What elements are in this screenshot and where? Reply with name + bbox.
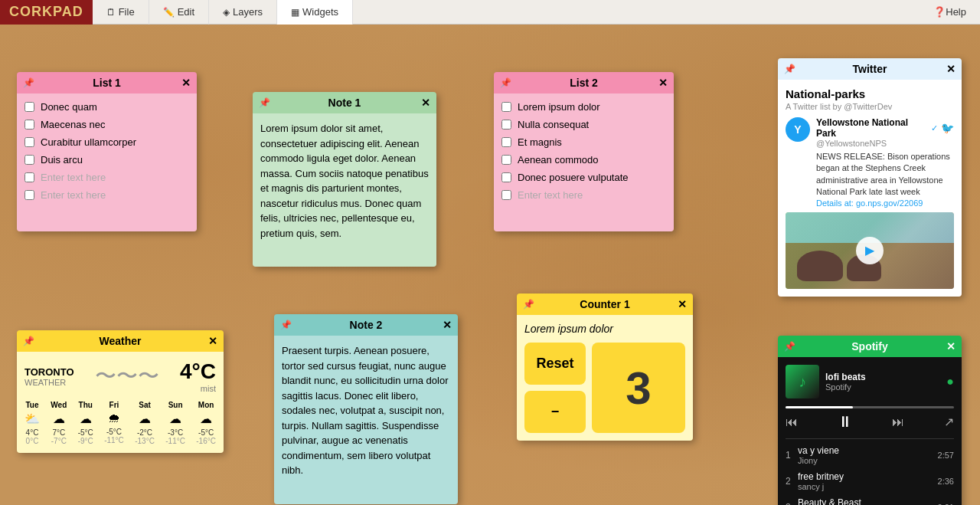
spotify-track-row[interactable]: 1 va y viene Jiony 2:57	[786, 445, 954, 465]
spotify-track-info: lofi beats Spotify	[825, 372, 940, 392]
note2-widget: 📌 Note 2 ✕ Praesent turpis. Aenean posue…	[274, 314, 458, 504]
forecast-day-fri: Fri 🌧 -5°C -11°C	[104, 401, 124, 445]
menu-file[interactable]: 🗒 File	[93, 0, 149, 25]
spotify-now-playing-artist: Spotify	[825, 382, 940, 392]
list2-close-button[interactable]: ✕	[658, 77, 668, 88]
twitter-close-button[interactable]: ✕	[946, 64, 956, 74]
spotify-track-num: 2	[786, 476, 798, 487]
spotify-close-button[interactable]: ✕	[946, 341, 956, 352]
spotify-skip-back-icon[interactable]: ⏮	[786, 415, 798, 429]
spotify-track-list: 1 va y viene Jiony 2:57 2 free britney s…	[786, 438, 954, 505]
spotify-track-title: free britney	[798, 471, 938, 482]
note2-body[interactable]: Praesent turpis. Aenean posuere, tortor …	[274, 336, 458, 504]
list1-header: 📌 List 1 ✕	[17, 72, 197, 93]
forecast-low: 0°C	[24, 437, 40, 445]
list1-check-3[interactable]	[24, 137, 34, 147]
list-item: Lorem ipsum dolor	[501, 101, 666, 113]
counter-reset-button[interactable]: Reset	[524, 343, 586, 385]
forecast-high: -5°C	[104, 428, 124, 436]
note1-body[interactable]: Lorem ipsum dolor sit amet, consectetuer…	[253, 113, 436, 267]
list2-check-1[interactable]	[501, 102, 511, 112]
list-item	[501, 189, 666, 201]
weather-city-info: TORONTO WEATHER	[24, 366, 74, 387]
spotify-track-title: Beauty & Beast	[798, 497, 938, 505]
list-item	[24, 189, 189, 201]
weather-forecast: Tue ⛅ 4°C 0°C Wed ☁ 7°C -7°C Thu ☁ -5°C …	[24, 401, 216, 445]
counter-action-buttons: Reset −	[524, 343, 586, 433]
note2-text: Praesent turpis. Aenean posuere, tortor …	[282, 345, 449, 476]
app-logo: CORKPAD	[0, 0, 93, 25]
help-label: Help	[946, 6, 966, 18]
forecast-day-name: Wed	[51, 401, 67, 409]
forecast-day-wed: Wed ☁ 7°C -7°C	[51, 401, 67, 445]
list1-check-6[interactable]	[24, 190, 34, 200]
counter-decrement-button[interactable]: −	[524, 391, 586, 433]
list2-title: List 2	[570, 77, 598, 89]
list2-check-6[interactable]	[501, 190, 511, 200]
layers-label: Layers	[233, 6, 263, 18]
menu-widgets[interactable]: ▦ Widgets	[277, 0, 353, 25]
menu-edit[interactable]: ✏️ Edit	[149, 0, 209, 25]
spotify-track-row[interactable]: 3 Beauty & Beast Pantone 2:01	[786, 497, 954, 505]
spotify-track-details: free britney sancy j	[798, 471, 938, 491]
tweet-content: Yellowstone National Park ✓ 🐦 @Yellowsto…	[816, 117, 954, 208]
list1-check-2[interactable]	[24, 120, 34, 130]
list2-check-3[interactable]	[501, 137, 511, 147]
logo-pad: PAD	[53, 4, 83, 20]
play-button[interactable]: ▶	[856, 237, 884, 264]
forecast-low: -13°C	[135, 437, 155, 445]
list1-item-2-text: Maecenas nec	[41, 119, 106, 130]
spotify-share-icon[interactable]: ↗	[944, 415, 954, 429]
spotify-progress-bar[interactable]	[786, 406, 954, 408]
note2-close-button[interactable]: ✕	[443, 320, 452, 330]
list1-input-1[interactable]	[41, 172, 189, 183]
twitter-header: 📌 Twitter ✕	[778, 58, 962, 80]
spotify-title: Spotify	[851, 340, 887, 353]
weather-condition: mist	[180, 384, 216, 393]
list2-check-2[interactable]	[501, 120, 511, 130]
spotify-skip-forward-icon[interactable]: ⏭	[892, 415, 904, 429]
pin-icon: 📌	[23, 336, 34, 346]
forecast-day-sat: Sat ☁ -2°C -13°C	[135, 401, 155, 445]
list1-check-5[interactable]	[24, 172, 34, 182]
list1-title: List 1	[93, 77, 121, 89]
menubar: CORKPAD 🗒 File ✏️ Edit ◈ Layers ▦ Widget…	[0, 0, 980, 25]
forecast-low: -7°C	[51, 437, 67, 445]
list1-check-4[interactable]	[24, 155, 34, 165]
list1-input-2[interactable]	[41, 189, 189, 201]
menu-items: 🗒 File ✏️ Edit ◈ Layers ▦ Widgets	[93, 0, 920, 25]
list2-item-4-text: Aenean commodo	[518, 154, 599, 166]
forecast-day-name: Mon	[196, 401, 216, 409]
tweet-link[interactable]: Details at: go.nps.gov/22069	[816, 198, 954, 208]
spotify-track-row[interactable]: 2 free britney sancy j 2:36	[786, 471, 954, 491]
weather-title: Weather	[100, 335, 142, 347]
forecast-low: -9°C	[78, 437, 93, 445]
note1-close-button[interactable]: ✕	[421, 97, 430, 108]
counter-close-button[interactable]: ✕	[678, 299, 687, 310]
forecast-day-mon: Mon ☁ -5°C -16°C	[196, 401, 216, 445]
spotify-track-duration: 2:36	[938, 477, 954, 486]
spotify-track-duration: 2:57	[938, 451, 954, 460]
counter-widget: 📌 Counter 1 ✕ Lorem ipsum dolor Reset − …	[517, 293, 693, 441]
pin-icon: 📌	[280, 320, 292, 330]
forecast-low: -11°C	[104, 436, 124, 444]
spotify-play-button[interactable]: ⏸	[838, 413, 853, 431]
list1-check-1[interactable]	[24, 102, 34, 112]
spotify-track-title: va y viene	[798, 445, 938, 456]
list-item: Et magnis	[501, 136, 666, 148]
weather-header: 📌 Weather ✕	[17, 330, 224, 352]
list2-item-2-text: Nulla consequat	[518, 119, 589, 130]
menu-help[interactable]: ❓ Help	[920, 0, 980, 25]
twitter-media-image[interactable]: ▶	[786, 212, 954, 289]
widgets-icon: ▦	[291, 7, 299, 18]
weather-close-button[interactable]: ✕	[208, 336, 217, 346]
list2-check-4[interactable]	[501, 155, 511, 165]
twitter-widget: 📌 Twitter ✕ National-parks A Twitter lis…	[778, 58, 962, 297]
forecast-weather-icon: ☁	[78, 412, 93, 426]
twitter-bird-icon: 🐦	[941, 122, 954, 134]
list2-check-5[interactable]	[501, 172, 511, 182]
list1-close-button[interactable]: ✕	[181, 77, 191, 88]
list2-input-1[interactable]	[518, 189, 666, 201]
menu-layers[interactable]: ◈ Layers	[209, 0, 277, 25]
list-item: Donec quam	[24, 101, 189, 113]
